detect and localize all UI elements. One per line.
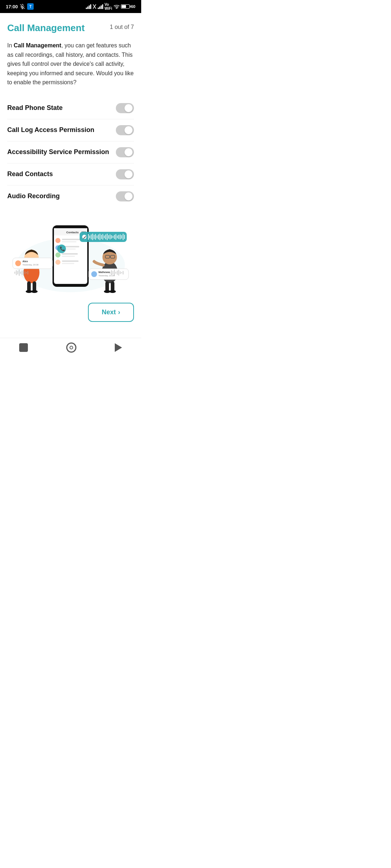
teams-icon: T bbox=[27, 3, 34, 10]
main-content: Call Management 1 out of 7 In Call Manag… bbox=[0, 14, 141, 338]
permission-label-audio-recording: Audio Recording bbox=[7, 192, 60, 200]
permission-row-call-log: Call Log Access Permission bbox=[7, 119, 134, 141]
toggle-audio-recording[interactable] bbox=[116, 191, 134, 201]
svg-rect-43 bbox=[20, 272, 21, 274]
svg-rect-87 bbox=[105, 234, 106, 239]
svg-point-36 bbox=[15, 260, 21, 266]
svg-rect-67 bbox=[117, 271, 118, 275]
vo-wifi-label: VoWiFi bbox=[105, 3, 112, 10]
svg-rect-48 bbox=[28, 271, 28, 275]
svg-rect-22 bbox=[62, 253, 78, 255]
page-title: Call Management bbox=[7, 22, 85, 34]
svg-rect-55 bbox=[111, 281, 114, 292]
toggle-accessibility[interactable] bbox=[116, 147, 134, 157]
description-text: In Call Management, you can get features… bbox=[7, 41, 134, 87]
nav-recent-button[interactable] bbox=[115, 343, 122, 352]
svg-point-15 bbox=[55, 238, 60, 243]
svg-rect-100 bbox=[124, 235, 125, 239]
svg-rect-96 bbox=[118, 235, 119, 239]
svg-rect-47 bbox=[26, 272, 27, 273]
svg-rect-75 bbox=[88, 234, 89, 240]
nav-home-button[interactable] bbox=[66, 342, 76, 353]
toggle-read-phone-state[interactable] bbox=[116, 103, 134, 113]
permission-label-read-contacts: Read Contacts bbox=[7, 170, 53, 178]
svg-rect-92 bbox=[113, 236, 113, 238]
svg-rect-94 bbox=[115, 234, 116, 240]
svg-rect-76 bbox=[89, 235, 90, 238]
svg-text:Yesterday, 21:34: Yesterday, 21:34 bbox=[98, 275, 115, 277]
mute-icon bbox=[20, 4, 25, 9]
desc-bold: Call Management bbox=[14, 42, 62, 48]
battery-icon bbox=[121, 4, 130, 9]
svg-rect-89 bbox=[108, 235, 109, 239]
page-header: Call Management 1 out of 7 bbox=[7, 22, 134, 34]
permission-label-call-log: Call Log Access Permission bbox=[7, 126, 94, 134]
svg-text:🎤: 🎤 bbox=[83, 235, 87, 239]
svg-rect-98 bbox=[121, 235, 122, 239]
svg-text:Contacts: Contacts bbox=[66, 231, 79, 234]
bottom-nav bbox=[0, 338, 141, 358]
svg-rect-17 bbox=[62, 241, 76, 242]
wifi-icon bbox=[114, 4, 119, 9]
triangle-icon bbox=[115, 343, 122, 352]
svg-rect-46 bbox=[25, 271, 25, 274]
svg-rect-62 bbox=[110, 272, 110, 274]
svg-rect-78 bbox=[92, 234, 93, 240]
svg-text:Matheww: Matheww bbox=[98, 271, 110, 273]
permission-label-read-phone-state: Read Phone State bbox=[7, 104, 63, 112]
nav-back-button[interactable] bbox=[19, 343, 28, 352]
next-arrow: › bbox=[118, 309, 120, 316]
svg-rect-79 bbox=[94, 235, 94, 239]
svg-rect-16 bbox=[62, 239, 80, 240]
svg-rect-25 bbox=[62, 260, 79, 262]
svg-rect-64 bbox=[113, 271, 113, 275]
permission-row-read-phone-state: Read Phone State bbox=[7, 97, 134, 119]
next-button[interactable]: Next › bbox=[88, 303, 134, 322]
svg-rect-81 bbox=[97, 235, 97, 238]
svg-rect-32 bbox=[33, 281, 36, 292]
circle-icon bbox=[66, 342, 76, 353]
illustration-svg: Contacts 📞 bbox=[9, 214, 132, 294]
svg-rect-99 bbox=[123, 234, 123, 240]
svg-rect-26 bbox=[62, 263, 74, 264]
svg-rect-97 bbox=[120, 234, 121, 239]
square-icon bbox=[19, 343, 28, 352]
toggle-read-contacts[interactable] bbox=[116, 169, 134, 179]
svg-rect-44 bbox=[22, 271, 22, 275]
svg-rect-39 bbox=[14, 272, 15, 274]
toggle-call-log[interactable] bbox=[116, 125, 134, 135]
svg-rect-80 bbox=[95, 234, 96, 240]
next-label: Next bbox=[102, 309, 116, 316]
svg-point-5 bbox=[116, 8, 117, 9]
svg-rect-91 bbox=[111, 235, 112, 239]
svg-rect-45 bbox=[23, 270, 24, 276]
svg-rect-68 bbox=[118, 270, 119, 276]
status-left: 17:00 T bbox=[6, 3, 34, 10]
desc-suffix: , you can get features such as call reco… bbox=[7, 42, 134, 85]
svg-rect-69 bbox=[120, 271, 121, 274]
svg-point-57 bbox=[109, 290, 116, 293]
battery-percent: 60 bbox=[131, 4, 135, 9]
svg-point-34 bbox=[31, 290, 38, 293]
time-display: 17:00 bbox=[6, 4, 18, 9]
svg-rect-88 bbox=[107, 234, 108, 240]
svg-rect-86 bbox=[104, 235, 105, 238]
svg-text:Alex: Alex bbox=[22, 260, 28, 263]
permission-label-accessibility: Accessibility Service Permission bbox=[7, 148, 109, 156]
signal-bars-2 bbox=[98, 4, 103, 9]
svg-text:📞: 📞 bbox=[60, 246, 65, 251]
svg-rect-40 bbox=[16, 270, 17, 275]
svg-rect-70 bbox=[121, 272, 122, 273]
desc-prefix: In bbox=[7, 42, 14, 48]
svg-rect-23 bbox=[62, 256, 75, 257]
svg-rect-83 bbox=[100, 234, 100, 240]
svg-rect-63 bbox=[111, 270, 112, 275]
signal-bars-1 bbox=[86, 4, 91, 9]
svg-rect-41 bbox=[17, 271, 18, 275]
svg-rect-42 bbox=[19, 269, 20, 276]
circle-inner-icon bbox=[70, 346, 73, 349]
permission-list: Read Phone State Call Log Access Permiss… bbox=[7, 97, 134, 207]
next-btn-row: Next › bbox=[7, 303, 134, 322]
page-counter: 1 out of 7 bbox=[110, 22, 134, 30]
svg-rect-31 bbox=[27, 281, 31, 292]
